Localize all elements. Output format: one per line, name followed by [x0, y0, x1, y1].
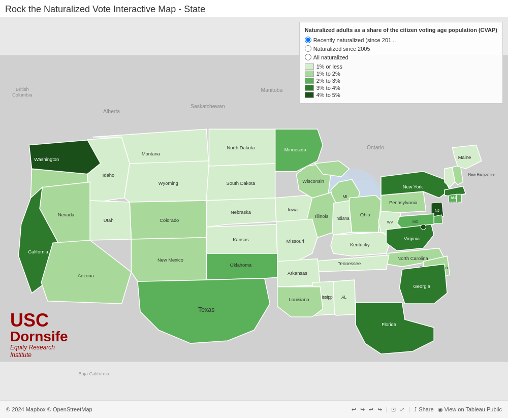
svg-text:North Dakota: North Dakota [227, 145, 255, 150]
state-rhode-island[interactable] [457, 194, 461, 202]
share-button[interactable]: ⤴ Share [414, 406, 433, 412]
revert-button[interactable]: ↩ [369, 406, 373, 413]
redo-button[interactable]: ↪ [360, 406, 365, 413]
share-icon: ⤴ [414, 406, 417, 412]
svg-text:NJ: NJ [435, 208, 439, 213]
svg-text:Minnesota: Minnesota [284, 147, 307, 152]
bottom-right[interactable]: ↩ ↪ ↩ ↪ | ⊡ ⤢ | ⤴ Share ◉ View on Tablea… [352, 406, 502, 413]
svg-text:Kansas: Kansas [233, 237, 249, 242]
undo-button[interactable]: ↩ [352, 406, 356, 413]
swatch-3-to-4-percent [305, 85, 314, 91]
svg-text:Wisconsin: Wisconsin [302, 179, 324, 184]
radio-2005-label: Naturalized since 2005 [313, 46, 370, 52]
svg-text:Arizona: Arizona [78, 273, 94, 278]
svg-text:MD: MD [412, 219, 418, 224]
svg-text:Alberta: Alberta [103, 109, 120, 114]
usc-text: USC [10, 311, 68, 330]
svg-text:Indiana: Indiana [335, 216, 350, 221]
swatch-2-to-3-percent [305, 78, 314, 84]
svg-text:Utah: Utah [104, 218, 114, 223]
usc-logo: USC Dornsife Equity ResearchInstitute [10, 311, 68, 360]
svg-text:Nevada: Nevada [58, 212, 75, 217]
svg-text:Washington: Washington [34, 157, 59, 162]
svg-text:Colorado: Colorado [160, 218, 179, 223]
svg-text:Manitoba: Manitoba [261, 87, 283, 93]
tableau-public-link[interactable]: ◉ View on Tableau Public [438, 406, 502, 413]
fullscreen-button[interactable]: ⤢ [400, 406, 404, 413]
legend-title: Naturalized adults as a share of the cit… [305, 26, 497, 34]
legend-label-4: 3% to 4% [316, 85, 340, 91]
radio-since-2005[interactable]: Naturalized since 2005 [305, 45, 497, 52]
map-container: Washington Oregon Idaho Montana North Da… [0, 17, 508, 400]
svg-text:New York: New York [403, 184, 423, 189]
dornsife-text: Dornsife [10, 330, 68, 344]
svg-text:Iowa: Iowa [288, 207, 298, 212]
svg-text:South Dakota: South Dakota [227, 181, 256, 186]
svg-text:Nebraska: Nebraska [231, 210, 251, 215]
bottom-left: © 2024 Mapbox © OpenStreetMap [6, 406, 92, 412]
svg-text:Illinois: Illinois [315, 214, 328, 219]
svg-text:Oklahoma: Oklahoma [230, 263, 252, 268]
radio-all-label: All naturalized [313, 54, 348, 60]
svg-text:Wyoming: Wyoming [158, 181, 178, 186]
svg-text:Saskatchewan: Saskatchewan [190, 104, 225, 109]
svg-text:AL: AL [341, 295, 347, 300]
svg-text:North Carolina: North Carolina [397, 256, 428, 261]
state-delaware[interactable] [434, 215, 442, 223]
svg-text:Kentucky: Kentucky [350, 243, 370, 248]
svg-text:Ontario: Ontario [367, 145, 384, 150]
svg-text:Arkansas: Arkansas [288, 271, 307, 276]
legend-label-1: 1% or less [316, 63, 342, 70]
legend-panel: Naturalized adults as a share of the cit… [299, 22, 503, 104]
share-label: Share [419, 406, 433, 412]
svg-text:MI: MI [343, 194, 347, 199]
radio-all-input[interactable] [305, 54, 311, 60]
device-button[interactable]: ⊡ [391, 406, 396, 413]
svg-text:California: California [28, 249, 48, 254]
svg-point-30 [421, 224, 426, 230]
tableau-link-label: View on Tableau Public [444, 406, 502, 412]
svg-text:Missouri: Missouri [287, 239, 304, 244]
svg-text:New Mexico: New Mexico [157, 257, 183, 263]
svg-text:Columbia: Columbia [12, 92, 33, 98]
legend-label-5: 4% to 5% [316, 92, 340, 98]
svg-text:MA: MA [451, 196, 457, 200]
bottom-bar: © 2024 Mapbox © OpenStreetMap ↩ ↪ ↩ ↪ | … [0, 400, 508, 418]
svg-text:Tennessee: Tennessee [338, 261, 361, 266]
svg-text:New Hampshire: New Hampshire [468, 172, 495, 177]
svg-text:Montana: Montana [142, 151, 161, 156]
svg-text:Louisiana: Louisiana [289, 297, 310, 302]
swatch-4-to-5-percent [305, 92, 314, 98]
svg-text:Texas: Texas [198, 306, 215, 313]
svg-text:Ohio: Ohio [360, 212, 370, 217]
attribution-text: © 2024 Mapbox © OpenStreetMap [6, 406, 92, 412]
svg-text:WV: WV [387, 220, 393, 224]
equity-research-text: Equity ResearchInstitute [10, 344, 68, 360]
svg-text:Baja California: Baja California [78, 371, 110, 376]
radio-recently-naturalized[interactable]: Recently naturalized (since 201... [305, 37, 497, 43]
legend-colors: 1% or less 1% to 2% 2% to 3% 3% to 4% 4%… [305, 63, 497, 98]
radio-2005-input[interactable] [305, 45, 311, 52]
radio-recent-input[interactable] [305, 37, 311, 43]
svg-text:Maine: Maine [458, 155, 471, 160]
svg-text:Georgia: Georgia [414, 284, 431, 289]
swatch-1-to-2-percent [305, 71, 314, 77]
svg-text:Idaho: Idaho [103, 173, 114, 178]
svg-text:Florida: Florida [382, 322, 396, 327]
svg-text:Pennsylvania: Pennsylvania [389, 200, 418, 205]
swatch-1-percent-or-less [305, 63, 314, 70]
radio-all-naturalized[interactable]: All naturalized [305, 54, 497, 60]
page-title: Rock the Naturalized Vote Interactive Ma… [0, 0, 508, 17]
legend-label-3: 2% to 3% [316, 78, 340, 84]
svg-text:Virginia: Virginia [404, 236, 420, 241]
forward-button[interactable]: ↪ [377, 406, 382, 413]
svg-text:British: British [16, 87, 29, 92]
legend-label-2: 1% to 2% [316, 71, 340, 77]
tableau-link-icon: ◉ [438, 406, 443, 413]
radio-recent-label: Recently naturalized (since 201... [313, 37, 396, 43]
